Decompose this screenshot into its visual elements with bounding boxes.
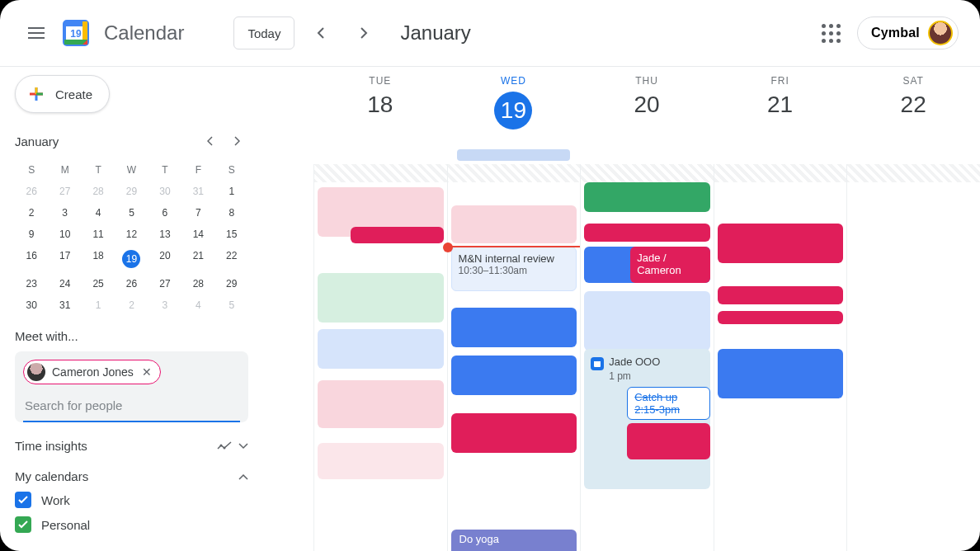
event-block[interactable] <box>718 311 844 324</box>
mini-day[interactable]: 15 <box>215 225 248 243</box>
account-switcher[interactable]: Cymbal <box>857 16 959 49</box>
event-block[interactable] <box>718 286 844 304</box>
insights-chart-icon[interactable] <box>217 441 232 451</box>
mini-day[interactable]: 20 <box>148 247 181 271</box>
calendar-checkbox[interactable] <box>15 492 31 508</box>
mini-day[interactable]: 4 <box>82 204 115 222</box>
chip-remove-button[interactable]: ✕ <box>140 365 153 379</box>
mini-day[interactable]: 1 <box>82 296 115 314</box>
mini-day[interactable]: 29 <box>215 275 248 293</box>
event-block[interactable] <box>351 227 444 243</box>
today-button[interactable]: Today <box>233 16 294 49</box>
mini-day[interactable]: 26 <box>15 182 48 200</box>
my-calendars-collapse-button[interactable] <box>238 469 248 483</box>
day-header[interactable]: THU20 <box>580 67 714 149</box>
time-insights-label: Time insights <box>15 439 87 453</box>
event-block[interactable] <box>627 423 710 459</box>
event-jade-cameron[interactable]: Jade / Cameron <box>630 247 710 283</box>
mini-day[interactable]: 16 <box>15 247 48 271</box>
mini-day[interactable]: 5 <box>115 204 148 222</box>
mini-day[interactable]: 6 <box>148 204 181 222</box>
mini-day[interactable]: 12 <box>115 225 148 243</box>
mini-day[interactable]: 27 <box>48 182 81 200</box>
allday-event[interactable] <box>457 149 570 161</box>
calendar-checkbox[interactable] <box>15 516 31 533</box>
mini-day[interactable]: 21 <box>181 247 214 271</box>
create-button[interactable]: Create <box>15 75 110 113</box>
day-header[interactable]: TUE18 <box>313 67 447 149</box>
mini-day[interactable]: 17 <box>48 247 81 271</box>
mini-day[interactable]: 23 <box>15 275 48 293</box>
mini-day[interactable]: 1 <box>215 182 248 200</box>
search-people-input[interactable] <box>23 389 240 422</box>
mini-day[interactable]: 19 <box>115 247 148 271</box>
google-apps-button[interactable] <box>814 16 847 49</box>
day-header[interactable]: SAT22 <box>846 67 980 149</box>
mini-day[interactable]: 30 <box>15 296 48 314</box>
insights-expand-button[interactable] <box>238 443 248 450</box>
event-block[interactable] <box>451 308 577 347</box>
day-number: 21 <box>714 92 847 118</box>
mini-dow: T <box>148 161 181 179</box>
prev-week-button[interactable] <box>304 16 337 49</box>
mini-month-title: January <box>15 134 59 148</box>
event-block[interactable] <box>584 182 710 212</box>
mini-day[interactable]: 24 <box>48 275 81 293</box>
mini-day[interactable]: 3 <box>48 204 81 222</box>
mini-day[interactable]: 30 <box>148 182 181 200</box>
mini-day[interactable]: 22 <box>215 247 248 271</box>
calendar-item[interactable]: Personal <box>15 516 248 533</box>
mini-prev-month-button[interactable] <box>199 130 222 153</box>
mini-day[interactable]: 31 <box>181 182 214 200</box>
event-block[interactable] <box>318 329 444 369</box>
day-column-tue <box>313 164 447 551</box>
event-title: M&N internal review <box>452 247 577 265</box>
event-yoga[interactable]: Do yoga <box>451 530 577 551</box>
mini-day[interactable]: 18 <box>82 247 115 271</box>
next-week-button[interactable] <box>347 16 380 49</box>
mini-day[interactable]: 8 <box>215 204 248 222</box>
event-block[interactable] <box>451 413 577 453</box>
header: 19 Calendar Today January Cymbal <box>0 0 980 66</box>
mini-day[interactable]: 13 <box>148 225 181 243</box>
mini-calendar[interactable]: SMTWTFS262728293031123456789101112131415… <box>15 161 248 314</box>
mini-day[interactable]: 26 <box>115 275 148 293</box>
mini-dow: S <box>15 161 48 179</box>
event-block[interactable] <box>451 356 577 395</box>
mini-next-month-button[interactable] <box>225 130 248 153</box>
time-grid[interactable]: M&N internal review 10:30–11:30am Do yog… <box>264 164 980 551</box>
event-block[interactable] <box>318 273 444 323</box>
mini-day[interactable]: 5 <box>215 296 248 314</box>
person-chip[interactable]: Cameron Jones ✕ <box>23 360 161 384</box>
day-header[interactable]: FRI21 <box>714 67 847 149</box>
event-block[interactable] <box>318 380 444 428</box>
event-block[interactable] <box>584 224 710 242</box>
mini-day[interactable]: 29 <box>115 182 148 200</box>
event-block[interactable] <box>318 443 444 479</box>
calendar-item[interactable]: Work <box>15 492 248 508</box>
mini-day[interactable]: 11 <box>82 225 115 243</box>
mini-day[interactable]: 9 <box>15 225 48 243</box>
mini-day[interactable]: 10 <box>48 225 81 243</box>
mini-day[interactable]: 31 <box>48 296 81 314</box>
mini-day[interactable]: 7 <box>181 204 214 222</box>
mini-day[interactable]: 28 <box>181 275 214 293</box>
event-block[interactable] <box>718 224 844 263</box>
mini-day[interactable]: 4 <box>181 296 214 314</box>
mini-day[interactable]: 14 <box>181 225 214 243</box>
main-menu-button[interactable] <box>20 16 53 49</box>
event-block[interactable] <box>584 291 710 351</box>
day-number: 19 <box>447 92 581 130</box>
mini-day[interactable]: 28 <box>82 182 115 200</box>
mini-day[interactable]: 3 <box>148 296 181 314</box>
mini-day[interactable]: 2 <box>15 204 48 222</box>
mini-day[interactable]: 27 <box>148 275 181 293</box>
chip-name: Cameron Jones <box>52 365 134 379</box>
event-block[interactable] <box>451 205 577 243</box>
mini-day[interactable]: 25 <box>82 275 115 293</box>
day-header[interactable]: WED19 <box>447 67 581 149</box>
event-declined[interactable]: Catch up 2:15-3pm <box>627 387 710 420</box>
mini-day[interactable]: 2 <box>115 296 148 314</box>
event-mn-review[interactable]: M&N internal review 10:30–11:30am <box>451 247 577 291</box>
event-block[interactable] <box>718 349 844 398</box>
